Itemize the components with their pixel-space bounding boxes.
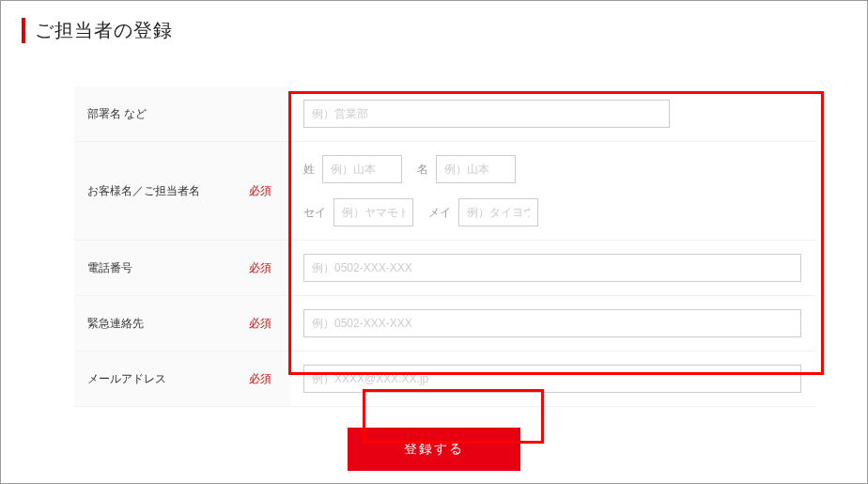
label-email: メールアドレス 必須: [74, 351, 290, 406]
givenname-input[interactable]: [436, 155, 516, 183]
page-frame: ご担当者の登録 部署名 など お客様名／ご担当者名 必須 姓 名: [0, 0, 868, 484]
cell-emergency: [290, 296, 816, 351]
label-phone-text: 電話番号: [87, 260, 132, 276]
required-badge: 必須: [249, 371, 271, 387]
page-title-section: ご担当者の登録: [1, 1, 867, 51]
row-phone: 電話番号 必須: [74, 241, 816, 296]
label-department-text: 部署名 など: [87, 106, 147, 122]
submit-button[interactable]: 登録する: [348, 428, 520, 471]
label-department: 部署名 など: [74, 86, 290, 141]
givenname-kana-label: メイ: [428, 205, 451, 221]
surname-kana-label: セイ: [303, 205, 326, 221]
emergency-input[interactable]: [303, 309, 801, 337]
label-emergency-text: 緊急連絡先: [87, 316, 144, 332]
email-input[interactable]: [303, 365, 801, 393]
cell-phone: [290, 241, 816, 295]
label-contact-name-text: お客様名／ご担当者名: [87, 183, 200, 199]
row-email: メールアドレス 必須: [74, 351, 816, 407]
cell-department: [290, 86, 816, 141]
givenname-kana-input[interactable]: [458, 198, 538, 226]
row-department: 部署名 など: [74, 86, 816, 142]
department-input[interactable]: [303, 100, 670, 128]
cell-contact-name: 姓 名 セイ メイ: [290, 142, 816, 240]
phone-input[interactable]: [303, 254, 801, 282]
surname-label: 姓: [303, 162, 315, 178]
label-contact-name: お客様名／ご担当者名 必須: [74, 142, 290, 240]
surname-input[interactable]: [322, 155, 402, 183]
registration-form: 部署名 など お客様名／ご担当者名 必須 姓 名 セイ: [74, 86, 816, 407]
name-kanji-row: 姓 名: [303, 155, 803, 183]
row-contact-name: お客様名／ご担当者名 必須 姓 名 セイ メイ: [74, 142, 816, 241]
page-title: ご担当者の登録: [22, 18, 846, 43]
surname-kana-input[interactable]: [333, 198, 413, 226]
name-kana-row: セイ メイ: [303, 198, 803, 226]
row-emergency: 緊急連絡先 必須: [74, 296, 816, 351]
label-emergency: 緊急連絡先 必須: [74, 296, 290, 351]
submit-section: 登録する: [1, 428, 867, 471]
label-email-text: メールアドレス: [87, 371, 166, 387]
label-phone: 電話番号 必須: [74, 241, 290, 295]
required-badge: 必須: [249, 316, 271, 332]
givenname-label: 名: [417, 162, 428, 178]
required-badge: 必須: [249, 183, 271, 199]
cell-email: [290, 351, 816, 406]
required-badge: 必須: [249, 260, 271, 276]
